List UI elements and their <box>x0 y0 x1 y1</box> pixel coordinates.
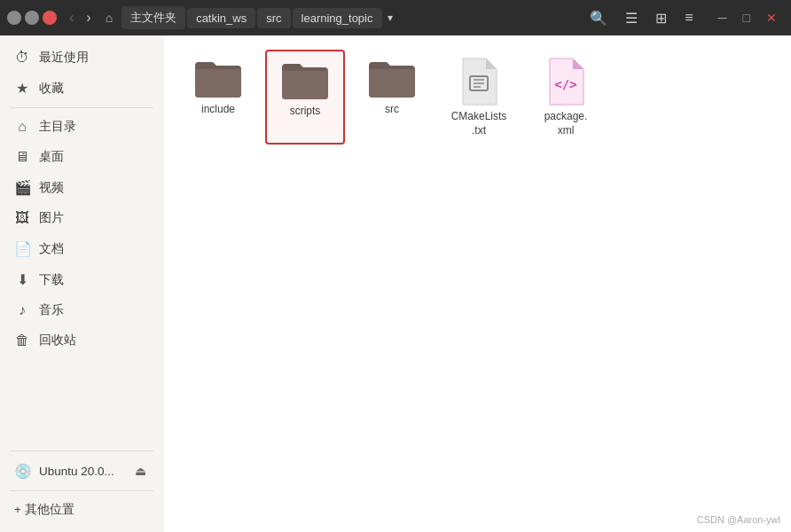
file-item-src[interactable]: src <box>352 50 432 145</box>
sidebar-item-downloads[interactable]: ⬇ 下载 <box>0 264 164 295</box>
minimize-button[interactable]: ─ <box>7 11 21 25</box>
trash-icon: 🗑 <box>14 332 30 348</box>
sidebar-item-home[interactable]: ⌂ 主目录 <box>0 112 164 142</box>
titlebar: ─ □ ✕ ‹ › ⌂ 主文件夹 catkin_ws src learning_… <box>0 0 791 35</box>
sidebar-item-label-music: 音乐 <box>39 302 64 318</box>
titlebar-actions: 🔍 ☰ ⊞ ≡ <box>583 6 700 30</box>
downloads-icon: ⬇ <box>14 271 30 288</box>
view-dropdown-button[interactable]: ⊞ <box>648 6 674 30</box>
music-icon: ♪ <box>14 302 30 318</box>
file-item-cmakelists[interactable]: CMakeLists.txt <box>439 50 519 145</box>
win-close-button[interactable]: ✕ <box>759 7 784 28</box>
breadcrumb-dropdown[interactable]: ▾ <box>384 8 396 27</box>
file-label-src: src <box>385 103 399 117</box>
breadcrumb-src[interactable]: src <box>257 8 290 28</box>
sidebar-item-label-home: 主目录 <box>39 119 76 135</box>
file-label-cmakelists: CMakeLists.txt <box>451 110 507 137</box>
breadcrumb-catkin-ws[interactable]: catkin_ws <box>187 8 255 28</box>
window-controls: ─ □ ✕ <box>711 7 784 28</box>
file-item-scripts[interactable]: scripts <box>265 50 345 145</box>
ubuntu-left: 💿 Ubuntu 20.0... <box>14 463 114 480</box>
sidebar-item-other[interactable]: + 其他位置 <box>0 495 164 525</box>
back-button[interactable]: ‹ <box>64 6 79 29</box>
sidebar-item-ubuntu[interactable]: 💿 Ubuntu 20.0... ⏏ <box>0 455 164 487</box>
sidebar-item-label-desktop: 桌面 <box>39 149 64 165</box>
sidebar-item-label-videos: 视频 <box>39 180 64 196</box>
sidebar-item-recent[interactable]: ⏱ 最近使用 <box>0 43 164 73</box>
breadcrumb-learning-topic[interactable]: learning_topic <box>293 8 382 28</box>
file-label-scripts: scripts <box>290 105 321 119</box>
pictures-icon: 🖼 <box>14 210 30 226</box>
sidebar-item-pictures[interactable]: 🖼 图片 <box>0 203 164 233</box>
sidebar-item-trash[interactable]: 🗑 回收站 <box>0 325 164 356</box>
bookmarks-icon: ★ <box>14 80 30 97</box>
folder-scripts-icon <box>280 59 330 101</box>
files-grid: include scripts <box>178 50 777 145</box>
home-icon: ⌂ <box>14 119 30 135</box>
recent-icon: ⏱ <box>14 50 30 66</box>
view-list-button[interactable]: ☰ <box>618 6 645 30</box>
sidebar-item-label-downloads: 下载 <box>39 272 64 288</box>
main-area: ⏱ 最近使用 ★ 收藏 ⌂ 主目录 🖥 桌面 🎬 视频 🖼 图片 <box>0 35 791 532</box>
home-button[interactable]: ⌂ <box>100 7 118 28</box>
sidebar-divider-1 <box>11 107 153 108</box>
file-item-package-xml[interactable]: </> package.xml <box>526 50 606 145</box>
file-area: include scripts <box>164 35 791 532</box>
folder-include-icon <box>193 57 243 99</box>
file-label-include: include <box>201 103 235 117</box>
sidebar: ⏱ 最近使用 ★ 收藏 ⌂ 主目录 🖥 桌面 🎬 视频 🖼 图片 <box>0 35 164 532</box>
sidebar-item-documents[interactable]: 📄 文档 <box>0 233 164 264</box>
nav-arrows: ‹ › <box>64 6 97 29</box>
search-button[interactable]: 🔍 <box>583 6 615 30</box>
drive-icon: 💿 <box>14 463 30 480</box>
sidebar-item-videos[interactable]: 🎬 视频 <box>0 172 164 203</box>
sidebar-item-label-recent: 最近使用 <box>39 50 89 66</box>
file-item-include[interactable]: include <box>178 50 258 145</box>
eject-button[interactable]: ⏏ <box>131 462 150 480</box>
folder-src-icon <box>367 57 417 99</box>
close-button[interactable]: ✕ <box>43 11 57 25</box>
videos-icon: 🎬 <box>14 179 30 196</box>
sidebar-item-label-bookmarks: 收藏 <box>39 81 64 97</box>
sidebar-item-label-ubuntu: Ubuntu 20.0... <box>39 465 114 478</box>
forward-button[interactable]: › <box>81 6 96 29</box>
desktop-icon: 🖥 <box>14 149 30 165</box>
maximize-button[interactable]: □ <box>25 11 39 25</box>
documents-icon: 📄 <box>14 240 30 257</box>
cmake-file-icon <box>458 57 500 106</box>
file-label-package-xml: package.xml <box>544 110 588 137</box>
menu-button[interactable]: ≡ <box>677 6 700 29</box>
sidebar-item-label-pictures: 图片 <box>39 210 64 226</box>
sidebar-divider-2 <box>11 450 153 451</box>
sidebar-item-label-trash: 回收站 <box>39 332 76 348</box>
breadcrumb-home[interactable]: 主文件夹 <box>121 6 185 29</box>
sidebar-item-label-documents: 文档 <box>39 241 64 257</box>
breadcrumb: 主文件夹 catkin_ws src learning_topic ▾ <box>121 6 572 29</box>
sidebar-item-music[interactable]: ♪ 音乐 <box>0 295 164 325</box>
svg-text:</>: </> <box>554 77 576 91</box>
sidebar-item-bookmarks[interactable]: ★ 收藏 <box>0 73 164 104</box>
sidebar-divider-3 <box>11 490 153 491</box>
win-minimize-button[interactable]: ─ <box>711 7 734 28</box>
sidebar-item-desktop[interactable]: 🖥 桌面 <box>0 142 164 172</box>
win-maximize-button[interactable]: □ <box>736 7 757 28</box>
xml-file-icon: </> <box>544 57 587 106</box>
sidebar-item-label-other: + 其他位置 <box>14 502 74 518</box>
main-content: ⏱ 最近使用 ★ 收藏 ⌂ 主目录 🖥 桌面 🎬 视频 🖼 图片 <box>0 35 791 532</box>
